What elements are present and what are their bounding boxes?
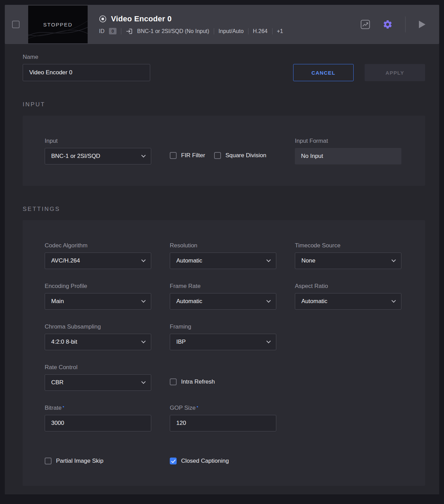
closed-captioning-checkbox-item[interactable]: Closed Captioning xyxy=(170,458,276,464)
framing-label: Framing xyxy=(170,323,276,330)
apply-button[interactable]: APPLY xyxy=(365,64,425,81)
input-section-title: INPUT xyxy=(23,101,425,108)
divider xyxy=(214,28,214,34)
divider xyxy=(248,28,248,34)
settings-gear-icon[interactable] xyxy=(382,19,393,30)
square-division-checkbox-item[interactable]: Square Division xyxy=(214,152,266,159)
settings-section-panel: Codec Algorithm AVC/H.264 Resolution Aut… xyxy=(23,220,425,486)
aspect-ratio-label: Aspect Ratio xyxy=(295,283,401,290)
input-format-value: No Input xyxy=(295,148,401,164)
fir-filter-checkbox-item[interactable]: FIR Filter xyxy=(170,152,205,159)
name-label: Name xyxy=(23,54,150,61)
chevron-down-icon xyxy=(141,339,146,343)
id-badge: 0 xyxy=(109,28,116,34)
settings-section-title: SETTINGS xyxy=(23,206,425,213)
frame-rate-label: Frame Rate xyxy=(170,283,276,290)
input-source-icon xyxy=(126,28,133,35)
required-marker: • xyxy=(63,404,64,409)
encoder-title: Video Encoder 0 xyxy=(111,14,171,23)
chevron-down-icon xyxy=(141,153,146,158)
encoder-header: STOPPED Video Encoder 0 ID 0 BNC-1 or 2S… xyxy=(5,5,439,44)
gop-size-input[interactable] xyxy=(170,415,276,431)
resolution-label: Resolution xyxy=(170,242,276,249)
fir-filter-checkbox[interactable] xyxy=(170,152,177,159)
rate-control-select[interactable]: CBR xyxy=(45,374,151,391)
chroma-subsampling-label: Chroma Subsampling xyxy=(45,323,151,330)
closed-captioning-checkbox[interactable] xyxy=(170,458,177,464)
header-info: Video Encoder 0 ID 0 BNC-1 or 2SI/SQD (N… xyxy=(99,14,283,35)
chevron-down-icon xyxy=(391,298,396,303)
intra-refresh-checkbox[interactable] xyxy=(170,378,177,385)
header-actions xyxy=(360,17,439,32)
encoder-meta-row: ID 0 BNC-1 or 2SI/SQD (No Input) Input/A… xyxy=(99,28,283,35)
select-encoder-checkbox[interactable] xyxy=(12,21,20,28)
partial-image-skip-checkbox-item[interactable]: Partial Image Skip xyxy=(45,458,151,464)
stats-icon[interactable] xyxy=(360,20,370,29)
input-select[interactable]: BNC-1 or 2SI/SQD xyxy=(45,148,151,164)
frame-rate-select[interactable]: Automatic xyxy=(170,293,276,310)
play-icon xyxy=(418,20,426,29)
input-format-label: Input Format xyxy=(295,138,401,144)
divider xyxy=(405,17,406,32)
thumbnail-status-label: STOPPED xyxy=(43,22,73,28)
page: STOPPED Video Encoder 0 ID 0 BNC-1 or 2S… xyxy=(0,0,444,504)
codec-algorithm-label: Codec Algorithm xyxy=(45,242,151,249)
meta-more-count: +1 xyxy=(277,28,283,34)
start-button[interactable] xyxy=(418,20,426,29)
input-label: Input xyxy=(45,138,151,144)
chevron-down-icon xyxy=(141,298,146,303)
stopped-status-icon xyxy=(99,15,107,23)
resolution-select[interactable]: Automatic xyxy=(170,253,276,269)
chevron-down-icon xyxy=(266,258,271,262)
source-summary: BNC-1 or 2SI/SQD (No Input) xyxy=(137,28,209,34)
square-division-checkbox[interactable] xyxy=(214,152,221,159)
meta-input-mode: Input/Auto xyxy=(219,28,244,34)
intra-refresh-checkbox-item[interactable]: Intra Refresh xyxy=(170,378,215,385)
encoding-profile-select[interactable]: Main xyxy=(45,293,151,310)
cancel-button[interactable]: CANCEL xyxy=(293,64,354,81)
bitrate-label: Bitrate• xyxy=(45,405,151,411)
partial-image-skip-checkbox[interactable] xyxy=(45,458,52,464)
bitrate-input[interactable] xyxy=(45,415,151,431)
gop-size-label: GOP Size• xyxy=(170,405,276,411)
preview-thumbnail: STOPPED xyxy=(28,6,88,43)
codec-algorithm-select[interactable]: AVC/H.264 xyxy=(45,253,151,269)
chevron-down-icon xyxy=(266,339,271,343)
rate-control-label: Rate Control xyxy=(45,364,151,371)
input-section-panel: Input BNC-1 or 2SI/SQD FIR Filter Square… xyxy=(23,116,425,186)
divider xyxy=(272,28,273,34)
aspect-ratio-select[interactable]: Automatic xyxy=(295,293,401,310)
divider xyxy=(121,28,121,34)
meta-codec: H.264 xyxy=(253,28,268,34)
framing-select[interactable]: IBP xyxy=(170,334,276,350)
encoding-profile-label: Encoding Profile xyxy=(45,283,151,290)
chevron-down-icon xyxy=(141,379,146,384)
chevron-down-icon xyxy=(141,258,146,262)
id-label: ID xyxy=(99,28,104,34)
required-marker: • xyxy=(197,404,198,409)
timecode-source-label: Timecode Source xyxy=(295,242,401,249)
chevron-down-icon xyxy=(266,298,271,303)
name-input[interactable] xyxy=(23,64,150,81)
chroma-subsampling-select[interactable]: 4:2:0 8-bit xyxy=(45,334,151,350)
encoder-detail-panel: Name CANCEL APPLY INPUT Input BNC-1 or 2… xyxy=(5,44,439,494)
chevron-down-icon xyxy=(391,258,396,262)
timecode-source-select[interactable]: None xyxy=(295,253,401,269)
